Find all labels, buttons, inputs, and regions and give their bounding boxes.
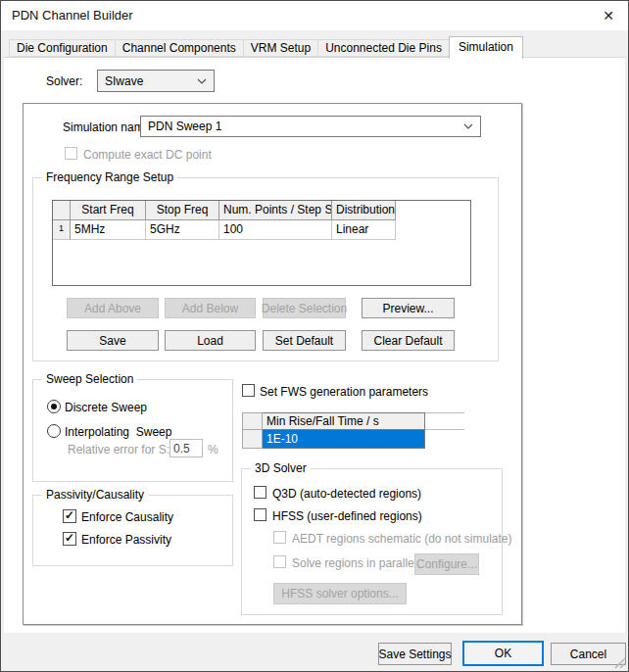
load-button[interactable]: Load: [165, 330, 256, 351]
frequency-table: Start Freq Stop Freq Num. Points / Step …: [52, 200, 471, 286]
cell-start-freq[interactable]: 5MHz: [71, 220, 146, 240]
fws-table-header: Min Rise/Fall Time / s: [242, 412, 464, 430]
tab-vrm-setup[interactable]: VRM Setup: [243, 39, 318, 57]
enforce-passivity-checkbox[interactable]: [63, 532, 76, 546]
solver-value: SIwave: [105, 74, 143, 88]
add-below-button: Add Below: [165, 298, 256, 318]
discrete-sweep-label: Discrete Sweep: [65, 401, 147, 414]
preview-button[interactable]: Preview...: [362, 298, 455, 318]
pdn-channel-builder-dialog: PDN Channel Builder ✕ Die Configuration …: [0, 0, 629, 672]
resize-grip-icon[interactable]: [612, 655, 626, 669]
sweep-selection-title: Sweep Selection: [42, 372, 137, 386]
relative-error-label: Relative error for S:: [68, 443, 169, 456]
save-settings-button[interactable]: Save Settings: [378, 643, 452, 665]
add-above-button: Add Above: [67, 298, 159, 318]
aedt-regions-label: AEDT regions schematic (do not simulate): [292, 532, 512, 546]
cell-distribution[interactable]: Linear: [332, 220, 396, 240]
solve-parallel-label: Solve regions in parallel: [292, 556, 416, 570]
row-number[interactable]: 1: [53, 220, 71, 240]
tab-channel-components[interactable]: Channel Components: [115, 39, 244, 57]
fws-table-row: 1E-10: [242, 430, 464, 449]
compute-dc-label: Compute exact DC point: [83, 148, 212, 162]
simulation-name-combobox[interactable]: PDN Sweep 1: [140, 116, 481, 137]
close-button[interactable]: ✕: [597, 6, 620, 25]
col-num-points: Num. Points / Step Size: [219, 201, 332, 220]
hfss-label: HFSS (user-defined regions): [272, 509, 422, 523]
close-icon: ✕: [603, 8, 614, 24]
interpolating-sweep-radio[interactable]: [47, 424, 61, 438]
frequency-range-title: Frequency Range Setup: [42, 170, 177, 184]
q3d-checkbox[interactable]: [254, 486, 266, 499]
col-start-freq: Start Freq: [71, 201, 146, 220]
chevron-down-icon: [463, 123, 473, 129]
fws-header-filler: [425, 412, 464, 430]
enforce-causality-label: Enforce Causality: [81, 510, 173, 524]
enforce-passivity-label: Enforce Passivity: [81, 533, 171, 547]
solver-combobox[interactable]: SIwave: [97, 70, 215, 92]
fws-col-min-rise-fall: Min Rise/Fall Time / s: [263, 412, 425, 430]
discrete-sweep-radio[interactable]: [47, 400, 61, 413]
passivity-causality-title: Passivity/Causality: [42, 488, 148, 502]
simulation-name-value: PDN Sweep 1: [148, 120, 221, 133]
fws-selected-cell[interactable]: 1E-10: [263, 430, 425, 449]
enforce-causality-checkbox[interactable]: [63, 509, 76, 523]
fws-row-header-corner: [242, 412, 263, 430]
window-title: PDN Channel Builder: [12, 8, 133, 23]
hfss-solver-options-button: HFSS solver options...: [273, 583, 407, 604]
aedt-regions-checkbox: [273, 531, 286, 544]
interpolating-sweep-label: Interpolating Sweep: [65, 425, 171, 439]
cell-stop-freq[interactable]: 5GHz: [146, 220, 219, 240]
solver-label: Solver:: [46, 74, 82, 88]
col-stop-freq: Stop Freq: [146, 201, 219, 220]
tab-unconnected-die-pins[interactable]: Unconnected Die Pins: [317, 39, 450, 57]
solve-parallel-checkbox: [273, 555, 286, 568]
cell-num-points[interactable]: 100: [219, 220, 332, 240]
delete-selection-button: Delete Selection: [263, 298, 346, 318]
titlebar: PDN Channel Builder ✕: [1, 1, 628, 30]
save-button[interactable]: Save: [67, 330, 159, 351]
solver-3d-title: 3D Solver: [251, 461, 311, 475]
col-distribution: Distribution: [332, 201, 396, 220]
set-default-button[interactable]: Set Default: [263, 330, 346, 351]
passivity-causality-group: Passivity/Causality: [32, 495, 233, 566]
relative-error-input: [169, 439, 203, 457]
compute-dc-checkbox: [65, 147, 77, 160]
set-fws-checkbox[interactable]: [242, 384, 255, 397]
tab-simulation[interactable]: Simulation: [449, 36, 523, 59]
fws-table: Min Rise/Fall Time / s 1E-10: [242, 412, 464, 449]
chevron-down-icon: [197, 78, 207, 84]
ok-button[interactable]: OK: [462, 641, 544, 666]
fws-row-number[interactable]: [242, 430, 263, 449]
percent-label: %: [208, 443, 218, 456]
frequency-table-header: Start Freq Stop Freq Num. Points / Step …: [53, 201, 470, 220]
frequency-table-row: 1 5MHz 5GHz 100 Linear: [53, 220, 470, 240]
tab-die-configuration[interactable]: Die Configuration: [9, 39, 116, 57]
clear-default-button[interactable]: Clear Default: [362, 330, 455, 351]
q3d-label: Q3D (auto-detected regions): [272, 487, 421, 501]
row-header-corner: [53, 201, 71, 220]
configure-button: Configure...: [414, 553, 479, 575]
tab-strip: Die Configuration Channel Components VRM…: [9, 39, 522, 57]
hfss-checkbox[interactable]: [254, 508, 266, 521]
set-fws-label: Set FWS generation parameters: [260, 385, 428, 399]
